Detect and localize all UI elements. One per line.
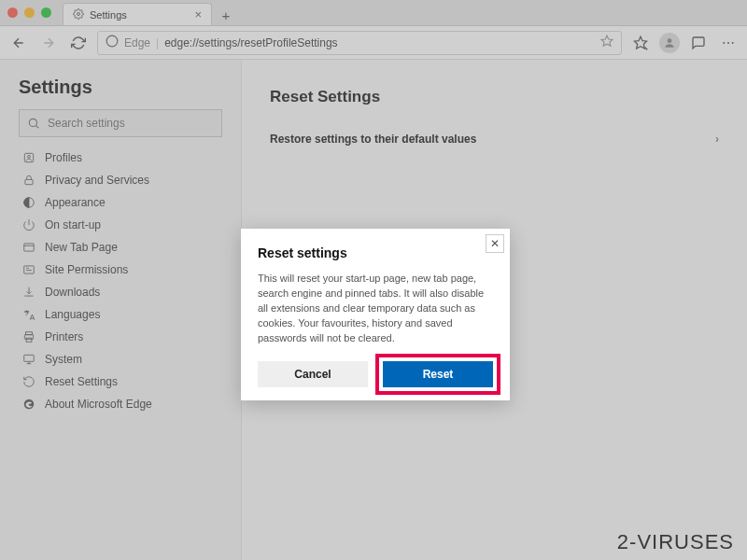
watermark: 2-VIRUSES — [617, 530, 734, 554]
reset-settings-dialog: ✕ Reset settings This will reset your st… — [241, 229, 510, 400]
reset-button[interactable]: Reset — [383, 361, 493, 387]
dialog-title: Reset settings — [258, 245, 493, 260]
dialog-text: This will reset your start-up page, new … — [258, 272, 493, 346]
cancel-button[interactable]: Cancel — [258, 361, 368, 387]
dialog-buttons: Cancel Reset — [258, 361, 493, 387]
dialog-close-button[interactable]: ✕ — [486, 234, 504, 253]
reset-highlight: Reset — [375, 354, 500, 395]
